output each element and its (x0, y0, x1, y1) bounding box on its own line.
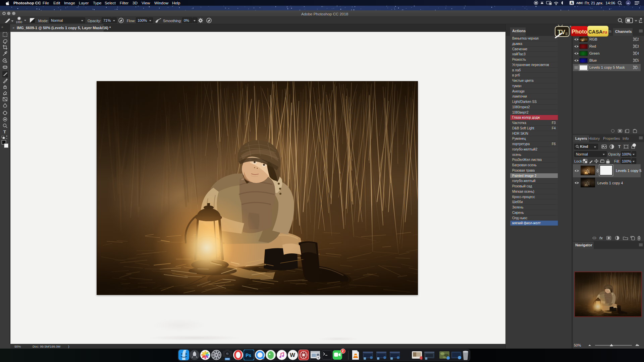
svg-text:«: « (570, 24, 572, 28)
svg-text:fx: fx (599, 236, 603, 240)
svg-text:ABC: ABC (576, 1, 583, 5)
svg-text:CASA: CASA (588, 29, 603, 35)
svg-text:Пт, 21 дек. 14:06: Пт, 21 дек. 14:06 (585, 1, 615, 5)
svg-text:TV: TV (557, 29, 565, 36)
svg-text:.ru: .ru (601, 29, 607, 35)
svg-text:W: W (290, 352, 296, 358)
svg-text:T: T (618, 144, 621, 149)
svg-text:Photo: Photo (572, 28, 587, 35)
svg-text:T: T (3, 129, 6, 134)
svg-text:A: A (571, 1, 573, 5)
svg-text:Ps: Ps (246, 353, 251, 358)
